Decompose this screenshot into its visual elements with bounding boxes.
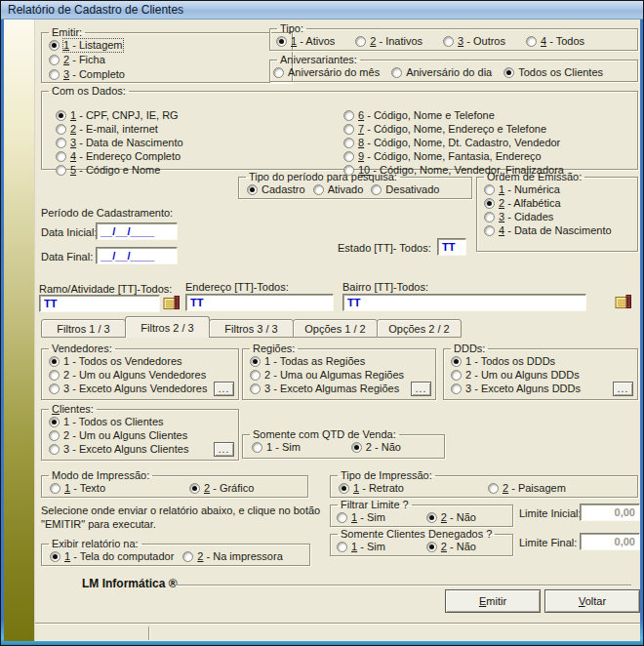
radio-label: 1 - Tela do computador bbox=[64, 550, 174, 563]
tab-opcoes-1-2[interactable]: Opções 1 / 2 bbox=[293, 319, 378, 338]
radio-filtrar-limite-nao[interactable]: 2 - Não bbox=[426, 511, 476, 524]
radio-dados-7[interactable]: 7 - Código, Nome, Endereço e Telefone bbox=[343, 123, 564, 136]
radio-qtd-nao[interactable]: 2 - Não bbox=[351, 441, 401, 454]
limite-inicial-input[interactable] bbox=[580, 504, 640, 521]
radio-periodo-ativado[interactable]: Ativado bbox=[313, 183, 364, 196]
radio-label: 2 - Um ou Alguns DDDs bbox=[465, 369, 580, 382]
radio-tipo-todos[interactable]: 4 - Todos bbox=[526, 35, 584, 48]
radio-aniversario-do-dia[interactable]: Aniversário do dia bbox=[391, 66, 492, 79]
radio-ordem-alfabetica[interactable]: 2 - Alfabética bbox=[484, 197, 637, 210]
radio-tipo-outros[interactable]: 3 - Outros bbox=[443, 35, 505, 48]
radio-circle bbox=[339, 483, 349, 494]
radio-circle bbox=[49, 430, 60, 441]
radio-regioes-exceto[interactable]: 3 - Exceto Algumas Regiões bbox=[250, 383, 435, 395]
radio-emitir-ficha[interactable]: 2 - Ficha bbox=[49, 54, 292, 66]
radio-exibir-tela[interactable]: 1 - Tela do computador bbox=[50, 550, 174, 563]
radio-denegados-sim[interactable]: 1 - Sim bbox=[337, 541, 385, 553]
radio-ordem-data-nascimento[interactable]: 4 - Data de Nascimento bbox=[484, 224, 637, 237]
radio-tipo-inativos[interactable]: 2 - Inativos bbox=[355, 35, 423, 48]
radio-dados-5[interactable]: 5 - Código e Nome bbox=[56, 164, 183, 177]
radio-modo-grafico[interactable]: 2 - Gráfico bbox=[189, 482, 254, 495]
radio-impressao-retrato[interactable]: 1 - Retrato bbox=[339, 482, 404, 495]
radio-ddds-alguns[interactable]: 2 - Um ou Alguns DDDs bbox=[451, 369, 637, 382]
limite-inicial-label: Limite Inicial: bbox=[519, 507, 582, 519]
clientes-ellipsis-button[interactable]: ... bbox=[214, 442, 234, 457]
regioes-ellipsis-button[interactable]: ... bbox=[411, 382, 431, 396]
radio-emitir-completo[interactable]: 3 - Completo bbox=[49, 68, 292, 81]
radio-circle bbox=[371, 184, 382, 195]
radio-circle bbox=[337, 512, 347, 523]
radio-circle bbox=[451, 370, 462, 381]
bairro-input[interactable] bbox=[342, 294, 586, 311]
radio-vendedores-todos[interactable]: 1 - Todos os Vendedores bbox=[49, 355, 238, 368]
radio-label: 3 - Exceto Alguns Clientes bbox=[63, 443, 188, 456]
data-final-input[interactable] bbox=[96, 247, 178, 264]
radio-label: 3 - Completo bbox=[63, 68, 125, 81]
radio-dados-8[interactable]: 8 - Código, Nome, Dt. Cadastro, Vendedor bbox=[343, 137, 564, 149]
emitir-button[interactable]: Emitir bbox=[445, 589, 541, 613]
radio-ddds-exceto[interactable]: 3 - Exceto Alguns DDDs bbox=[451, 383, 637, 395]
radio-todos-os-clientes[interactable]: Todos os Clientes bbox=[503, 66, 603, 79]
group-ordem-emissao-label: Ordem de Emissão: bbox=[484, 172, 584, 182]
voltar-button[interactable]: Voltar bbox=[544, 589, 640, 613]
tab-filtros-1-3[interactable]: Filtros 1 / 3 bbox=[41, 319, 126, 338]
estado-label: Estado [TT]- Todos: bbox=[338, 242, 431, 254]
radio-denegados-nao[interactable]: 2 - Não bbox=[426, 541, 476, 553]
group-tipo-periodo-label: Tipo do período para pesquisa: bbox=[246, 172, 400, 182]
radio-clientes-todos[interactable]: 1 - Todos os Clientes bbox=[49, 416, 238, 428]
radio-tipo-ativos[interactable]: 1 - Ativos bbox=[276, 35, 335, 48]
radio-exibir-impressora[interactable]: 2 - Na impressora bbox=[182, 550, 282, 563]
bairro-lookup-button[interactable] bbox=[615, 294, 632, 310]
radio-label: 4 - Data de Nascimento bbox=[499, 224, 612, 237]
radio-ddds-todos[interactable]: 1 - Todos os DDDs bbox=[451, 355, 637, 368]
estado-input[interactable] bbox=[437, 238, 466, 256]
radio-label: 7 - Código, Nome, Endereço e Telefone bbox=[358, 123, 546, 136]
radio-dados-9[interactable]: 9 - Código, Nome, Fantasia, Endereço bbox=[343, 150, 564, 163]
endereco-input[interactable] bbox=[185, 294, 334, 311]
radio-vendedores-alguns[interactable]: 2 - Um ou Alguns Vendedores bbox=[49, 369, 238, 382]
radio-circle bbox=[56, 151, 66, 162]
radio-dados-3[interactable]: 3 - Data de Nascimento bbox=[56, 137, 183, 149]
radio-circle bbox=[250, 370, 261, 381]
radio-clientes-alguns[interactable]: 2 - Um ou Alguns Clientes bbox=[49, 429, 238, 442]
radio-regioes-algumas[interactable]: 2 - Uma ou Algumas Regiões bbox=[250, 369, 435, 382]
dialog-content: Emitir: 1 - Listagem2 - Ficha3 - Complet… bbox=[4, 20, 640, 641]
radio-circle bbox=[182, 551, 193, 562]
radio-dados-1[interactable]: 1 - CPF, CNPJ, IE, RG bbox=[56, 109, 183, 122]
ramo-atividade-input[interactable] bbox=[39, 295, 160, 312]
radio-ordem-cidades[interactable]: 3 - Cidades bbox=[484, 211, 637, 223]
radio-vendedores-exceto[interactable]: 3 - Exceto Alguns Vendedores bbox=[49, 383, 238, 395]
radio-dados-6[interactable]: 6 - Código, Nome e Telefone bbox=[343, 109, 564, 122]
radio-label: Cadastro bbox=[262, 183, 305, 196]
tab-filtros-3-3[interactable]: Filtros 3 / 3 bbox=[209, 319, 294, 338]
emitir-options: 1 - Listagem2 - Ficha3 - Completo bbox=[42, 39, 292, 81]
radio-label: 3 - Exceto Algumas Regiões bbox=[264, 383, 399, 395]
group-regioes-label: Regiões: bbox=[250, 343, 298, 354]
radio-impressao-paisagem[interactable]: 2 - Paisagem bbox=[488, 482, 566, 495]
radio-emitir-listagem[interactable]: 1 - Listagem bbox=[49, 39, 292, 52]
radio-filtrar-limite-sim[interactable]: 1 - Sim bbox=[337, 511, 385, 524]
limite-final-input[interactable] bbox=[580, 533, 640, 550]
radio-periodo-desativado[interactable]: Desativado bbox=[371, 183, 439, 196]
ramo-lookup-button[interactable] bbox=[163, 295, 181, 311]
radio-periodo-cadastro[interactable]: Cadastro bbox=[247, 183, 305, 196]
radio-regioes-todas[interactable]: 1 - Todas as Regiões bbox=[250, 355, 435, 368]
radio-dados-4[interactable]: 4 - Endereço Completo bbox=[56, 150, 183, 163]
ddds-ellipsis-button[interactable]: ... bbox=[613, 382, 633, 396]
radio-modo-texto[interactable]: 1 - Texto bbox=[50, 482, 105, 495]
radio-label: Aniversário do dia bbox=[406, 66, 492, 79]
radio-ordem-numerica[interactable]: 1 - Numérica bbox=[484, 183, 637, 196]
endereco-label: Endereço [TT]-Todos: bbox=[185, 281, 289, 293]
tab-opcoes-2-2[interactable]: Opções 2 / 2 bbox=[377, 319, 462, 338]
window-titlebar[interactable]: Relatório de Cadastro de Clientes bbox=[1, 1, 643, 20]
group-tipo-impressao: Tipo de Impressão: 1 - Retrato2 - Paisag… bbox=[330, 470, 638, 498]
tab-filtros-2-3[interactable]: Filtros 2 / 3 bbox=[125, 316, 210, 338]
data-inicial-input[interactable] bbox=[96, 222, 178, 240]
group-tipo-label: Tipo: bbox=[277, 23, 306, 34]
radio-clientes-exceto[interactable]: 3 - Exceto Alguns Clientes bbox=[49, 443, 238, 456]
vendedores-ellipsis-button[interactable]: ... bbox=[214, 382, 234, 396]
radio-circle bbox=[343, 124, 354, 135]
radio-aniversario-do-mes[interactable]: Aniversário do mês bbox=[273, 66, 380, 79]
radio-qtd-sim[interactable]: 1 - Sim bbox=[252, 441, 301, 454]
radio-dados-2[interactable]: 2 - E-mail, internet bbox=[56, 123, 183, 136]
